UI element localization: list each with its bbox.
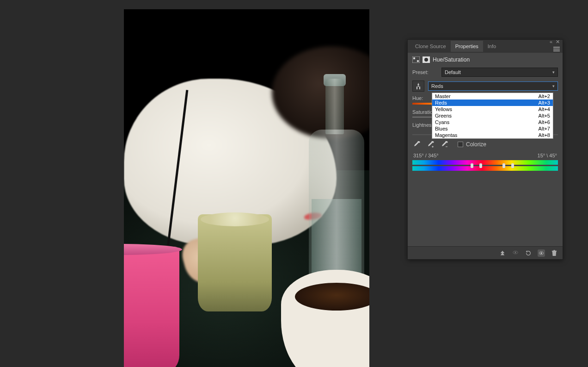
svg-point-7 <box>515 252 516 253</box>
channel-option-yellows[interactable]: YellowsAlt+4 <box>432 106 553 112</box>
channel-select[interactable]: Reds ▾ <box>428 81 558 91</box>
properties-panel: « ✕ Clone Source Properties Info Hue/Sat… <box>407 39 563 260</box>
view-previous-icon[interactable] <box>512 249 519 257</box>
reset-icon[interactable] <box>525 249 532 257</box>
document-canvas[interactable] <box>124 9 369 367</box>
close-panel-icon[interactable]: ✕ <box>556 39 560 45</box>
tab-clone-source[interactable]: Clone Source <box>410 41 451 52</box>
range-right: 15° \ 45° <box>538 153 557 158</box>
clip-to-layer-icon[interactable] <box>499 249 506 257</box>
channel-option-blues[interactable]: BluesAlt+7 <box>432 125 553 132</box>
svg-point-5 <box>418 86 419 87</box>
tab-info[interactable]: Info <box>483 41 501 52</box>
image-region <box>124 247 179 367</box>
svg-rect-1 <box>413 57 415 59</box>
channel-option-cyans[interactable]: CyansAlt+6 <box>432 119 553 125</box>
svg-rect-2 <box>417 60 419 62</box>
channel-option-reds[interactable]: RedsAlt+3 <box>432 100 553 106</box>
image-region <box>281 270 369 367</box>
eyedropper-icon[interactable] <box>412 140 422 149</box>
colorize-checkbox[interactable]: Colorize <box>458 141 486 148</box>
eyedropper-subtract-icon[interactable] <box>440 140 449 149</box>
panel-tab-bar: « ✕ Clone Source Properties Info <box>408 40 563 53</box>
preset-label: Preset: <box>412 69 438 75</box>
range-left: 315° / 345° <box>413 153 439 158</box>
image-region <box>198 214 272 311</box>
channel-value: Reds <box>431 83 443 89</box>
visibility-icon[interactable] <box>538 249 545 257</box>
trash-icon[interactable] <box>551 249 558 257</box>
hue-range-bar[interactable] <box>412 160 558 171</box>
svg-point-9 <box>540 252 542 254</box>
channel-option-magentas[interactable]: MagentasAlt+8 <box>432 132 553 138</box>
properties-body: Hue/Saturation Preset: Default ▾ Reds ▾ … <box>408 53 563 246</box>
channel-option-greens[interactable]: GreensAlt+5 <box>432 112 553 119</box>
targeted-adjust-button[interactable] <box>412 81 424 92</box>
chevron-down-icon: ▾ <box>552 70 555 75</box>
layer-mask-icon <box>423 56 430 63</box>
adjustment-title: Hue/Saturation <box>433 56 470 63</box>
channel-option-master[interactable]: MasterAlt+2 <box>432 93 553 100</box>
eyedropper-add-icon[interactable] <box>426 140 435 149</box>
panel-footer <box>408 246 563 259</box>
tab-properties[interactable]: Properties <box>451 41 483 52</box>
preset-value: Default <box>445 69 461 75</box>
chevron-down-icon: ▾ <box>552 84 555 88</box>
channel-dropdown: MasterAlt+2 RedsAlt+3 YellowsAlt+4 Green… <box>432 93 553 139</box>
panel-menu-icon[interactable] <box>553 46 560 52</box>
collapse-panel-icon[interactable]: « <box>550 39 552 45</box>
colorize-label: Colorize <box>466 141 486 148</box>
adjustment-type-icon <box>412 56 420 63</box>
svg-point-4 <box>424 58 428 62</box>
preset-select[interactable]: Default ▾ <box>441 68 558 77</box>
